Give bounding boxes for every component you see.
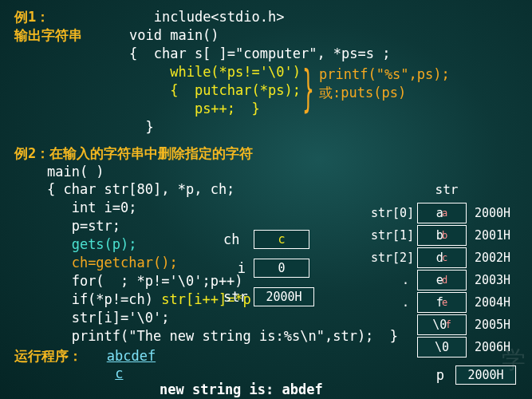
code-line: main( ): [14, 163, 518, 181]
memory-cell: bb: [417, 225, 467, 246]
code-line: { char s[ ]="computer", *ps=s ;: [129, 45, 391, 63]
memory-index: .: [371, 273, 409, 287]
run-result: new string is: abdef: [160, 381, 323, 397]
code-line: ps++; }: [129, 100, 391, 118]
ex2-label: 例2：在输入的字符串中删除指定的字符: [14, 144, 518, 163]
run-input2: c: [115, 365, 123, 381]
var-i-label: i: [223, 260, 246, 276]
memory-row: str[2]dc2002H: [371, 247, 522, 269]
ex1-label: 例1：: [14, 8, 110, 26]
memory-table: str str[0]aa2000Hstr[1]bb2001Hstr[2]dc20…: [371, 182, 522, 358]
memory-cell: dc: [417, 247, 467, 268]
run-label: 运行程序：: [14, 348, 82, 364]
code-line: include<stdio.h>: [129, 8, 391, 26]
ex1-note: printf("%s",ps); 或:puts(ps): [319, 65, 450, 102]
memory-addr: 2000H: [475, 206, 522, 220]
variable-boxes: ch c i 0 str 2000H: [223, 230, 314, 316]
memory-row: str[1]bb2001H: [371, 224, 522, 247]
note-line: printf("%s",ps);: [319, 65, 450, 84]
var-p-label: p: [436, 367, 444, 383]
memory-cell: aa: [417, 203, 467, 223]
run-input1: abcdef: [107, 348, 156, 364]
code-line: }: [129, 118, 391, 136]
var-ch-label: ch: [223, 231, 246, 247]
memory-cell: \0f: [417, 314, 467, 335]
memory-addr: 2005H: [475, 318, 522, 332]
slide-container: 例1： 输出字符串 include<stdio.h> void main() {…: [0, 0, 532, 399]
memory-row: \0f2005H: [371, 314, 522, 336]
memory-addr: 2002H: [475, 251, 522, 265]
memory-cell: f e: [417, 292, 467, 313]
memory-row: .f e2004H: [371, 291, 522, 314]
note-line: 或:puts(ps): [319, 84, 450, 102]
memory-index: str[2]: [371, 251, 409, 265]
memory-row: .ed2003H: [371, 269, 522, 291]
memory-row: str[0]aa2000H: [371, 202, 522, 224]
code-line: void main(): [129, 26, 391, 45]
var-i-value: 0: [254, 259, 309, 278]
var-str-label: str: [223, 289, 246, 305]
memory-index: .: [371, 295, 409, 310]
memory-header: str: [371, 182, 522, 197]
memory-cell: ed: [417, 270, 467, 290]
var-ch-value: c: [254, 230, 309, 249]
memory-addr: 2004H: [475, 295, 522, 310]
var-str-value: 2000H: [254, 287, 314, 306]
memory-row: \02006H: [371, 336, 522, 358]
watermark: 学: [502, 344, 526, 377]
memory-addr: 2001H: [475, 228, 522, 243]
memory-index: str[1]: [371, 228, 409, 243]
run-block: 运行程序： abcdef c: [14, 347, 156, 381]
memory-addr: 2003H: [475, 273, 522, 287]
memory-index: str[0]: [371, 206, 409, 220]
memory-cell: \0: [417, 337, 467, 358]
brace-icon: }: [302, 59, 313, 117]
ex1-subtitle: 输出字符串: [14, 26, 110, 45]
